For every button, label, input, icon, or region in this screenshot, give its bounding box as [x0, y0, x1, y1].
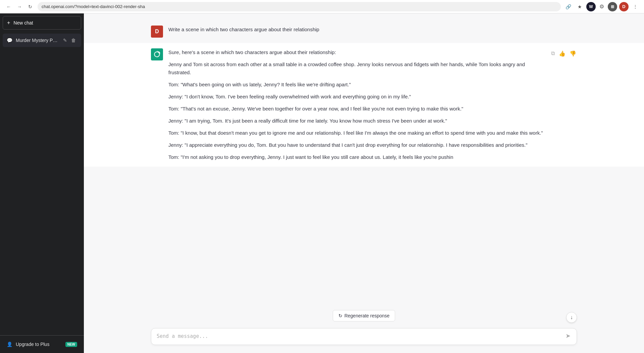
- new-chat-button[interactable]: + New chat: [3, 16, 81, 30]
- chat-item-murder-mystery[interactable]: 💬 Murder Mystery Plot. ✎ 🗑: [3, 34, 81, 47]
- back-button[interactable]: ←: [4, 2, 13, 11]
- sidebar: + New chat 💬 Murder Mystery Plot. ✎ 🗑 👤 …: [0, 13, 84, 353]
- user-message: D Write a scene in which two characters …: [84, 20, 644, 43]
- browser-actions: 🔗 ★ W ⚙ ⊞ D ⋮: [564, 2, 640, 11]
- extension-w-icon[interactable]: W: [586, 2, 596, 11]
- user-circle-icon: 👤: [7, 342, 12, 347]
- refresh-button[interactable]: ↻: [25, 2, 35, 11]
- sidebar-bottom: 👤 Upgrade to Plus NEW: [0, 335, 84, 353]
- assistant-para-6: Jenny: "I appreciate everything you do, …: [168, 141, 545, 149]
- browser-chrome: ← → ↻ chat.openai.com/?model=text-davinc…: [0, 0, 644, 13]
- message-input[interactable]: [157, 333, 560, 341]
- main-chat-area: D Write a scene in which two characters …: [84, 13, 644, 353]
- input-area: ➤: [84, 324, 644, 353]
- assistant-para-3: Tom: "That's not an excuse, Jenny. We've…: [168, 105, 545, 113]
- sidebar-top: + New chat: [0, 13, 84, 32]
- assistant-intro: Sure, here's a scene in which two charac…: [168, 48, 545, 56]
- chat-messages: D Write a scene in which two characters …: [84, 13, 644, 307]
- assistant-para-1: Tom: "What's been going on with us latel…: [168, 81, 545, 89]
- delete-chat-button[interactable]: 🗑: [70, 37, 77, 44]
- address-bar[interactable]: chat.openai.com/?model=text-davinci-002-…: [38, 2, 561, 11]
- user-avatar-browser[interactable]: D: [619, 2, 629, 11]
- plus-icon: +: [7, 20, 10, 26]
- extension-icon-2[interactable]: ⊞: [608, 2, 617, 11]
- user-message-content: Write a scene in which two characters ar…: [168, 26, 577, 38]
- assistant-para-2: Jenny: "I don't know, Tom. I've been fee…: [168, 93, 545, 101]
- upgrade-label: Upgrade to Plus: [16, 342, 49, 347]
- bookmark-button[interactable]: ★: [575, 2, 584, 11]
- extensions-button[interactable]: ⚙: [598, 3, 606, 11]
- user-avatar: D: [151, 26, 163, 38]
- thumbs-up-button[interactable]: 👍: [558, 50, 566, 57]
- assistant-message-content: Sure, here's a scene in which two charac…: [168, 48, 545, 161]
- assistant-para-5: Tom: "I know, but that doesn't mean you …: [168, 129, 545, 137]
- message-input-wrapper: ➤: [151, 328, 577, 345]
- thumbs-down-button[interactable]: 👎: [569, 50, 577, 57]
- sidebar-chats: 💬 Murder Mystery Plot. ✎ 🗑: [0, 32, 84, 335]
- send-icon: ➤: [566, 332, 571, 340]
- copy-button[interactable]: ⧉: [550, 50, 555, 57]
- browser-nav-buttons: ← → ↻: [4, 2, 35, 11]
- user-message-text: Write a scene in which two characters ar…: [168, 26, 577, 34]
- assistant-para-0: Jenny and Tom sit across from each other…: [168, 60, 545, 77]
- assistant-para-4: Jenny: "I am trying, Tom. It's just been…: [168, 117, 545, 125]
- regenerate-button[interactable]: ↻ Regenerate response: [333, 310, 395, 321]
- regenerate-bar: ↻ Regenerate response: [84, 307, 644, 324]
- send-button[interactable]: ➤: [563, 331, 573, 341]
- edit-chat-button[interactable]: ✎: [62, 37, 68, 44]
- upgrade-to-plus-button[interactable]: 👤 Upgrade to Plus NEW: [3, 338, 81, 350]
- main-wrapper: D Write a scene in which two characters …: [84, 13, 644, 353]
- scroll-to-bottom-button[interactable]: ↓: [566, 312, 577, 323]
- assistant-para-7: Tom: "I'm not asking you to drop everyth…: [168, 153, 545, 161]
- chevron-down-icon: ↓: [570, 314, 573, 320]
- regenerate-label: Regenerate response: [344, 313, 390, 318]
- url-text: chat.openai.com/?model=text-davinci-002-…: [42, 4, 145, 9]
- more-options-button[interactable]: ⋮: [631, 2, 640, 11]
- chat-item-actions: ✎ 🗑: [62, 37, 77, 44]
- message-actions: ⧉ 👍 👎: [550, 48, 577, 161]
- app: + New chat 💬 Murder Mystery Plot. ✎ 🗑 👤 …: [0, 13, 644, 353]
- chat-bubble-icon: 💬: [7, 38, 12, 43]
- gpt-avatar: [151, 48, 163, 60]
- forward-button[interactable]: →: [15, 2, 24, 11]
- assistant-message: Sure, here's a scene in which two charac…: [84, 43, 644, 167]
- regenerate-icon: ↻: [338, 313, 342, 318]
- share-button[interactable]: 🔗: [564, 2, 573, 11]
- new-chat-label: New chat: [13, 20, 33, 26]
- new-badge: NEW: [65, 342, 77, 347]
- gpt-logo-icon: [153, 51, 161, 58]
- chat-item-label: Murder Mystery Plot.: [16, 38, 58, 43]
